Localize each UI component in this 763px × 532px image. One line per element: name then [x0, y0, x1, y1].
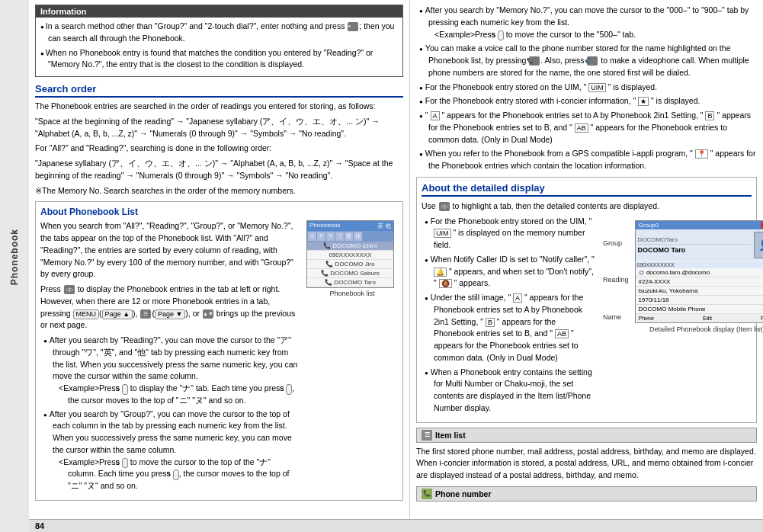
page-footer: 84 [29, 519, 763, 532]
page-down-key: Page ▼ [155, 309, 185, 320]
mock-detailed-screen: Group0 010 DOCOMOTaro DOCOMO Taro [635, 220, 763, 333]
phonebook-bullets: After you search by "Reading?", you can … [43, 335, 300, 492]
detailed-text: For the Phonebook entry stored on the UI… [422, 216, 598, 418]
mock-det-top: DOCOMOTaro DOCOMO Taro 👤 [636, 229, 763, 261]
right-top-bullets: After you search by "Memory No.?", you c… [419, 5, 757, 172]
video-icon: 📹 [587, 56, 598, 66]
mock-number-1: 090XXXXXXXX [636, 261, 763, 268]
phonebook-body2: Press ◁▷ to display the Phonebook entrie… [40, 284, 300, 332]
phonebook-list-content: When you search from "All?", "Reading?",… [40, 220, 398, 495]
key-5: 5 [122, 384, 128, 395]
right-bullet-1: After you search by "Memory No.?", you c… [419, 5, 757, 40]
nav-icon: ◁▷ [64, 285, 75, 294]
information-box: Information In a search method other tha… [35, 5, 403, 77]
item-list-header: ☰ Item list [416, 428, 757, 443]
mock-name: DOCOMO Taro [638, 246, 751, 254]
mock-photo: 👤 [754, 232, 763, 258]
detailed-display-body: Use ◁▷ to highlight a tab, then the deta… [422, 200, 752, 213]
phone-number-section: 📞 Phone number [416, 486, 757, 502]
columns-container: Information In a search method other tha… [29, 0, 763, 519]
detailed-image-area: Group Reading Name Group0 010 [603, 216, 752, 418]
mock-row-4: 1970/11/18 [636, 296, 763, 305]
mock-row-5: DOCOMO Mobile Phone [636, 305, 763, 314]
mock-det-header: Group0 010 [636, 221, 763, 229]
nav-tab-icon: ◁▷ [439, 202, 450, 211]
detailed-display-section: About the detailed display Use ◁▷ to hig… [416, 177, 757, 423]
mock-reading: DOCOMOTaro [638, 236, 751, 245]
mock-email: docomo.taro.@docomo [646, 269, 710, 276]
call-icon: 📞 [529, 56, 540, 66]
information-content: In a search method other than "Group?" a… [36, 18, 402, 76]
func-icon: ☰ [140, 309, 151, 319]
name-label: Name [603, 313, 629, 321]
right-example-1: <Example>Press 5 to move the cursor to t… [428, 29, 757, 41]
detailed-bullet-3: Under the still image, " A " appears for… [425, 292, 598, 364]
phonebook-list-section: About Phonebook List When you search fro… [35, 201, 403, 501]
updown-icon: ▲▼ [203, 309, 213, 319]
right-column: After you search by "Memory No.?", you c… [410, 0, 763, 519]
search-order-body3: For "All?" and "Reading?", searching is … [35, 143, 403, 155]
info-item-2: When no Phonebook entry is found that ma… [40, 47, 398, 72]
info-item-1: In a search method other than "Group?" a… [40, 21, 398, 45]
sidebar: Phonebook [0, 0, 29, 532]
diagram-container: Group Reading Name Group0 010 [603, 220, 752, 333]
information-header: Information [36, 5, 402, 18]
mock-pb-row-4: 📞 DOCOMO Saburo [307, 269, 393, 278]
phonebook-bullet-2: After you search by "Group?", you can mo… [43, 409, 300, 492]
detailed-diagram-caption: Detailed Phonebook display (Item list) [635, 325, 763, 333]
phonebook-image-area: Phonebook 英 他 マ ヤ ラ ワ 英 他 📞 [306, 220, 398, 495]
mock-row-1: @ docomo.taro.@docomo [636, 268, 763, 277]
item-list-header-label: Item list [435, 431, 466, 440]
item-list-icon: ☰ [422, 430, 432, 441]
detailed-display-content: For the Phonebook entry stored on the UI… [422, 216, 752, 418]
mock-row-2: #224-XXXX [636, 277, 763, 287]
search-order-title: Search order [35, 83, 403, 98]
mock-pb-tabs: マ ヤ ラ ワ 英 他 [307, 231, 393, 242]
mock-det-buttons: Phone Edit FUNC [636, 314, 763, 322]
example-2: <Example>Press 5 to move the cursor to t… [53, 457, 300, 492]
phone-number-icon: 📞 [422, 489, 432, 499]
reading-label: Reading [603, 276, 629, 284]
phonebook-bullet-1: After you search by "Reading?", you can … [43, 335, 300, 407]
detailed-bullet-4: When a Phonebook entry contains the sett… [425, 367, 598, 415]
key-5b: 5 [286, 384, 292, 395]
group-label: Group [603, 239, 629, 247]
sidebar-label: Phonebook [9, 229, 20, 285]
item-list-section: ☰ Item list The first stored phone numbe… [416, 428, 757, 482]
right-bullet-6: When you refer to the Phonebook from a G… [419, 148, 757, 172]
search-order-note: ※The Memory No. Search searches in the o… [35, 185, 403, 197]
phonebook-list-title: About Phonebook List [40, 207, 398, 217]
main-content: Information In a search method other tha… [29, 0, 763, 532]
menu-icon: ≡ [348, 22, 358, 31]
search-order-body2: "Space at the beginning of the reading" … [35, 116, 403, 140]
search-order-body4: "Japanese syllabary (ア、イ、ウ、エ、オ、... ン)" →… [35, 158, 403, 182]
right-bullet-2: You can make a voice call to the phone n… [419, 43, 757, 79]
left-column: Information In a search method other tha… [29, 0, 410, 519]
right-bullet-5: " A " appears for the Phonebook entries … [419, 110, 757, 146]
phonebook-list-text: When you search from "All?", "Reading?",… [40, 220, 300, 495]
mock-pb-row-3: 📞 DOCOMO Jiro [307, 260, 393, 269]
menu-key: MENU [73, 309, 100, 320]
detailed-bullet-1: For the Phonebook entry stored on the UI… [425, 216, 598, 252]
mock-pb-row-1: 📞 DOCOMO Ichiro [307, 242, 393, 251]
phonebook-list-caption: Phonebook list [306, 290, 398, 297]
mock-pb-row-5: 📞 DOCOMO Taro [307, 278, 393, 287]
mock-detailed-image: Group0 010 DOCOMOTaro DOCOMO Taro [635, 220, 763, 323]
right-bullet-3: For the Phonebook entry stored on the UI… [419, 82, 757, 94]
example-1: <Example>Press 5 to display the "ナ" tab.… [53, 383, 300, 407]
search-order-body1: The Phonebook entries are searched in th… [35, 101, 403, 113]
detailed-bullets: For the Phonebook entry stored on the UI… [425, 216, 598, 415]
diagram-labels-left: Group Reading Name [603, 220, 629, 333]
page-number: 84 [35, 521, 44, 530]
phone-number-header-label: Phone number [435, 489, 492, 498]
page-key: Page ▲ [102, 309, 133, 320]
mock-pb-row-2: 090XXXXXXXX [307, 251, 393, 260]
mock-row-3: tsuzuki-ku, Yokohama [636, 287, 763, 296]
detailed-display-title: About the detailed display [422, 182, 752, 197]
search-order-section: Search order The Phonebook entries are s… [35, 83, 403, 197]
key-5d: 5 [173, 470, 179, 480]
key-5-right: 5 [498, 30, 504, 41]
mock-pb-header: Phonebook 英 他 [307, 221, 393, 231]
right-bullet-4: For the Phonebook entry stored with i-co… [419, 95, 757, 107]
key-5c: 5 [122, 458, 128, 469]
